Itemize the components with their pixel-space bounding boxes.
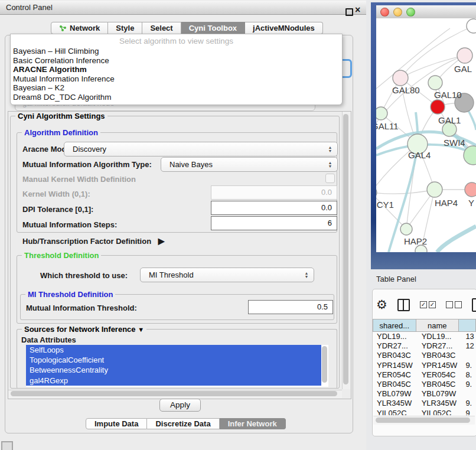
deselect-all-checkboxes-icon[interactable] [446, 301, 462, 308]
attribute-list-item[interactable]: TopologicalCoefficient [26, 355, 321, 365]
table-row[interactable]: YBR045CYBR045C9. [373, 380, 476, 389]
network-edge-highlighted[interactable] [437, 226, 476, 252]
apply-button[interactable]: Apply [159, 399, 201, 412]
gear-icon[interactable]: ⚙ [376, 298, 387, 312]
table-row[interactable]: YDR27...YDR27...12 [373, 341, 476, 351]
dropdown-item[interactable]: Bayesian – Hill Climbing [11, 47, 342, 56]
dpi-tolerance-field[interactable]: 0.0 [211, 201, 337, 215]
sources-title-text: Sources for Network Inference [24, 325, 136, 334]
network-node-label: HAP2 [404, 236, 427, 246]
tab-style[interactable]: Style [108, 22, 142, 34]
split-columns-icon[interactable] [397, 299, 410, 311]
collapse-arrow-icon: ▼ [138, 326, 144, 333]
control-panel-titlebar: Control Panel [0, 0, 366, 15]
mi-steps-field[interactable]: 6 [211, 216, 337, 230]
network-edge[interactable] [376, 190, 435, 194]
table-row[interactable]: YBL079WYBL079W [373, 389, 476, 399]
table-cell [462, 389, 476, 399]
table-row[interactable]: YIL052CYIL052C9 [373, 409, 476, 416]
bottom-tab-infer-network[interactable]: Infer Network [220, 418, 286, 429]
close-traffic-light-icon[interactable] [380, 8, 389, 17]
sources-group-title[interactable]: Sources for Network Inference ▼ [22, 325, 146, 334]
cyni-settings-group-title: Cyni Algorithm Settings [15, 112, 107, 120]
horizontal-scrollbar-thumb[interactable] [11, 391, 337, 396]
dropdown-item[interactable]: Mutual Information Inference [11, 74, 342, 84]
table-row[interactable]: YER054CYER054C8. [373, 370, 476, 380]
mi-type-combo[interactable]: Naive Bayes ▲▼ [161, 157, 338, 172]
mi-type-value: Naive Bayes [161, 160, 325, 169]
attribute-list-item[interactable]: gal4RGexp [26, 376, 321, 386]
tab-jactivemnodules[interactable]: jActiveMNodules [245, 22, 323, 34]
column-header-name[interactable]: name [416, 319, 459, 332]
table-cell: YLR345W [373, 399, 418, 408]
network-node[interactable] [400, 223, 412, 235]
table-cell: YBR043C [418, 351, 462, 360]
checked-checkbox-icon: ✓ [429, 301, 436, 308]
network-node-label: HAP4 [435, 198, 458, 208]
dropdown-prompt: Select algorithm to view settings [11, 35, 342, 47]
attribute-list-item[interactable]: BetweennessCentrality [26, 365, 321, 375]
table-row[interactable]: YPR145WYPR145W9. [373, 361, 476, 370]
network-node-label: SWI4 [444, 138, 465, 148]
network-canvas[interactable]: GALGAL80GAL10GAL1GAL11SWI4GAL4GCY1HAP4YH… [376, 18, 476, 252]
aracne-mode-combo[interactable]: Discovery ▲▼ [64, 142, 338, 156]
vertical-scrollbar-thumb[interactable] [343, 114, 348, 384]
tab-network[interactable]: Network [51, 22, 108, 34]
bottom-tab-impute-data[interactable]: Impute Data [86, 418, 147, 429]
network-node[interactable] [376, 187, 377, 198]
tab-cyni-toolbox[interactable]: Cyni Toolbox [181, 22, 245, 34]
table-cell: YBL079W [418, 389, 462, 399]
table-cell: YDR27... [418, 341, 462, 351]
minimize-traffic-light-icon[interactable] [393, 8, 402, 17]
network-node[interactable] [457, 48, 472, 63]
network-node[interactable] [376, 107, 387, 120]
network-node[interactable] [427, 182, 442, 197]
document-icon[interactable] [472, 298, 476, 312]
table-cell: 8. [462, 370, 476, 380]
mi-threshold-label: Mutual Information Threshold: [26, 304, 137, 312]
which-threshold-label: Which threshold to use: [40, 271, 128, 280]
table-cell: 9 [462, 409, 476, 416]
node-table[interactable]: shared... name YDL19...YDL19...13YDR27..… [373, 319, 476, 415]
float-window-icon[interactable] [345, 8, 353, 16]
expand-arrow-icon: ▶ [158, 236, 165, 246]
table-cell: YPR145W [418, 361, 462, 370]
select-all-checkboxes-icon[interactable]: ✓ ✓ [420, 301, 436, 308]
manual-kernel-checkbox[interactable] [325, 174, 335, 183]
attributes-scrollbar-thumb[interactable] [322, 346, 327, 383]
network-node[interactable] [465, 182, 476, 197]
unchecked-checkbox-icon [455, 301, 462, 308]
bottom-tab-discretize-data[interactable]: Discretize Data [147, 418, 219, 429]
tab-select[interactable]: Select [142, 22, 181, 34]
table-row[interactable]: YDL19...YDL19...13 [373, 332, 476, 341]
stepper-arrows-icon: ▲▼ [325, 146, 337, 153]
hub-definition-expander[interactable]: Hub/Transcription Factor Definition ▶ [22, 236, 165, 246]
network-node[interactable] [467, 19, 476, 33]
kernel-width-field[interactable]: 0.0 [211, 185, 337, 200]
aracne-mode-value: Discovery [64, 145, 325, 154]
table-row[interactable]: YLR345WYLR345W9. [373, 399, 476, 408]
network-window-titlebar[interactable] [376, 5, 476, 19]
data-attributes-list[interactable]: SelfLoopsTopologicalCoefficientBetweenne… [26, 345, 328, 387]
network-node-label: Y [468, 198, 474, 208]
dropdown-item[interactable]: ARACNE Algorithm [11, 65, 342, 74]
table-cell [462, 351, 476, 360]
dropdown-item[interactable]: Basic Correlation Inference [11, 56, 342, 66]
which-threshold-value: MI Threshold [141, 270, 302, 279]
column-header-partial[interactable] [459, 319, 476, 332]
attribute-list-item[interactable]: SelfLoops [26, 345, 321, 355]
network-node[interactable] [393, 70, 408, 86]
which-threshold-combo[interactable]: MI Threshold ▲▼ [140, 268, 314, 282]
network-node[interactable] [428, 76, 442, 90]
table-horizontal-scrollbar-thumb[interactable] [376, 418, 470, 423]
zoom-traffic-light-icon[interactable] [406, 8, 415, 17]
network-node[interactable] [431, 100, 445, 114]
close-icon[interactable]: × [355, 5, 360, 15]
dropdown-item[interactable]: Bayesian – K2 [11, 83, 342, 93]
table-row[interactable]: YBR043CYBR043C [373, 351, 476, 360]
table-cell: YBR045C [418, 380, 462, 389]
collapsed-panel-icon[interactable] [1, 441, 13, 450]
dropdown-item[interactable]: Dream8 DC_TDC Algorithm [11, 93, 342, 102]
column-header-shared[interactable]: shared... [373, 319, 416, 332]
mi-threshold-field[interactable]: 0.5 [248, 300, 333, 314]
